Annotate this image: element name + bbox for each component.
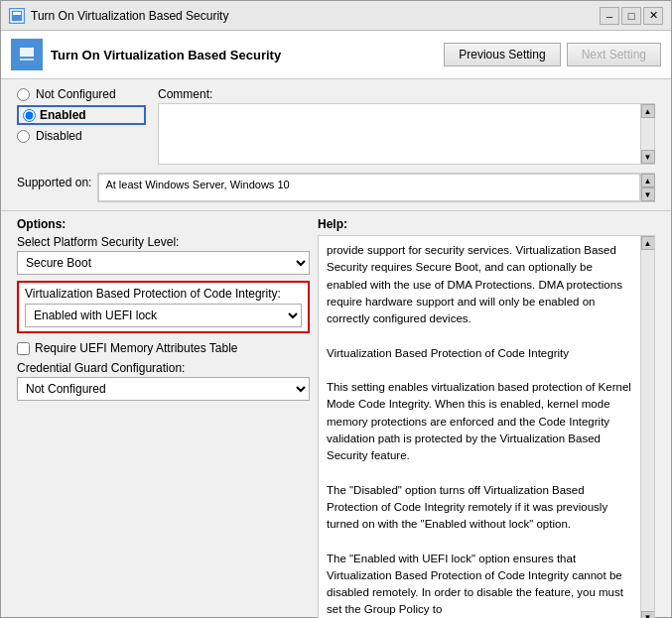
previous-setting-button[interactable]: Previous Setting [444,43,560,66]
enabled-label: Enabled [40,108,86,122]
header-icon [11,39,43,70]
svg-rect-1 [13,12,21,15]
vbpci-select[interactable]: Disabled Enabled without lock Enabled wi… [25,304,302,327]
sup-scroll-down[interactable]: ▼ [641,187,655,201]
close-button[interactable]: ✕ [643,7,663,25]
disabled-label: Disabled [36,129,82,143]
options-label: Options: [17,217,310,231]
window-icon [9,8,25,24]
disabled-radio-row: Disabled [17,129,146,143]
supported-value: At least Windows Server, Windows 10 [98,174,640,201]
supported-on-label: Supported on: [17,173,91,202]
sup-scroll-up[interactable]: ▲ [641,174,655,187]
svg-rect-4 [20,59,34,61]
uefi-checkbox-row: Require UEFI Memory Attributes Table [17,341,310,355]
help-text-1: provide support for security services. V… [327,242,632,327]
platform-security-select[interactable]: Secure Boot Secure Boot and DMA Protecti… [17,251,310,275]
help-text-3: This setting enables virtualization base… [327,379,632,464]
next-setting-button[interactable]: Next Setting [567,43,661,66]
help-text-2: Virtualization Based Protection of Code … [327,345,632,362]
credential-guard-label: Credential Guard Configuration: [17,361,310,375]
maximize-button[interactable]: □ [621,7,641,25]
help-scroll-down[interactable]: ▼ [641,611,655,619]
not-configured-radio[interactable] [17,88,30,101]
comment-textarea[interactable] [159,104,640,164]
scroll-down-arrow[interactable]: ▼ [641,150,655,164]
credential-guard-select[interactable]: Not Configured Enabled with UEFI lock En… [17,377,310,401]
help-scroll-up[interactable]: ▲ [641,236,655,250]
header-title: Turn On Virtualization Based Security [51,48,281,62]
help-text-panel: provide support for security services. V… [319,236,640,618]
help-scrollbar: ▲ ▼ [640,236,654,618]
help-text-5: The "Enabled with UEFI lock" option ensu… [327,551,632,619]
disabled-radio[interactable] [17,130,30,143]
minimize-button[interactable]: – [600,7,619,25]
vbpci-container: Virtualization Based Protection of Code … [17,281,310,333]
comment-label: Comment: [158,87,655,101]
not-configured-radio-row: Not Configured [17,87,146,101]
not-configured-label: Not Configured [36,87,116,101]
uefi-checkbox-label: Require UEFI Memory Attributes Table [35,341,238,355]
help-text-4: The "Disabled" option turns off Virtuali… [327,482,632,534]
uefi-checkbox[interactable] [17,342,30,355]
vbpci-label: Virtualization Based Protection of Code … [25,287,302,301]
supported-scrollbar: ▲ ▼ [640,174,654,201]
svg-rect-3 [20,48,34,57]
enabled-radio[interactable] [23,109,36,122]
svg-rect-0 [11,10,23,22]
platform-security-label: Select Platform Security Level: [17,235,310,249]
scroll-up-arrow[interactable]: ▲ [641,104,655,118]
help-label: Help: [310,217,655,231]
enabled-radio-row: Enabled [17,105,146,125]
window-title: Turn On Virtualization Based Security [31,9,228,23]
comment-scrollbar: ▲ ▼ [640,104,654,164]
